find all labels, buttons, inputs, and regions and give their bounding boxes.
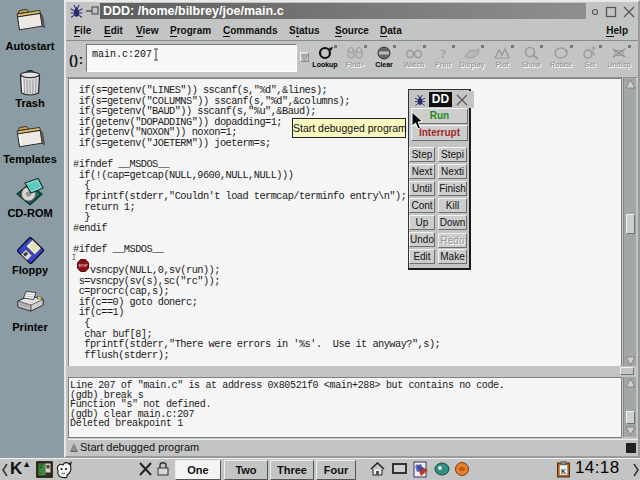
svg-text:K: K — [561, 468, 566, 475]
svg-text:STOP: STOP — [78, 264, 88, 268]
svg-text:?: ? — [440, 46, 447, 60]
